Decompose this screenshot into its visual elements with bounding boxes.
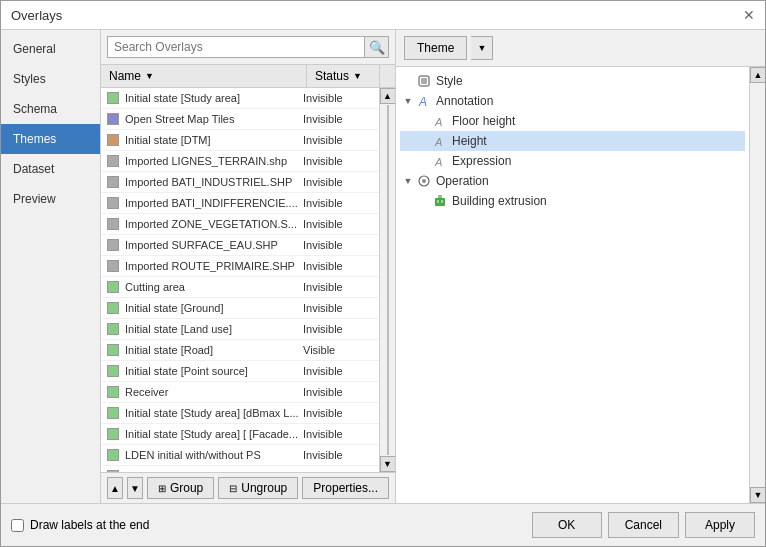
sidebar-item-preview[interactable]: Preview: [1, 184, 100, 214]
overlay-item-status: Invisible: [303, 113, 375, 125]
tree-item-operation[interactable]: ▼Operation: [400, 171, 745, 191]
tree-icon-style: [416, 73, 432, 89]
scroll-up-button[interactable]: ▲: [380, 88, 396, 104]
tree-item-expression[interactable]: AExpression: [400, 151, 745, 171]
overlay-item-status: Invisible: [303, 323, 375, 335]
ungroup-button[interactable]: ⊟ Ungroup: [218, 477, 298, 499]
overlay-item-name: Imported BATI_INDUSTRIEL.SHP: [125, 176, 303, 188]
overlay-item-name: Initial state [Point source]: [125, 365, 303, 377]
svg-rect-1: [421, 78, 427, 84]
main-content: General Styles Schema Themes Dataset Pre…: [1, 30, 765, 503]
apply-button[interactable]: Apply: [685, 512, 755, 538]
tree-label-expression: Expression: [452, 154, 511, 168]
overlay-item-status: Visible: [303, 344, 375, 356]
move-down-button[interactable]: ▼: [127, 477, 143, 499]
tree-toggle-building-extrusion[interactable]: [416, 193, 432, 209]
column-header-name[interactable]: Name ▼: [101, 65, 307, 87]
tree-item-building-extrusion[interactable]: Building extrusion: [400, 191, 745, 211]
overlay-item-name: Initial state [Land use]: [125, 323, 303, 335]
overlay-item-icon: [105, 342, 121, 358]
middle-toolbar: ▲ ▼ ⊞ Group ⊟ Ungroup Properties...: [101, 472, 395, 503]
theme-dropdown-button[interactable]: ▼: [471, 36, 493, 60]
sidebar-item-dataset[interactable]: Dataset: [1, 154, 100, 184]
tree-icon-operation: [416, 173, 432, 189]
overlay-item-icon: [105, 132, 121, 148]
close-button[interactable]: ✕: [743, 7, 755, 23]
group-button[interactable]: ⊞ Group: [147, 477, 214, 499]
svg-rect-11: [441, 200, 443, 203]
tree-item-style[interactable]: Style: [400, 71, 745, 91]
list-item[interactable]: LDEN initial with/without PSInvisible: [101, 445, 379, 466]
list-item[interactable]: Initial state [Point source]Invisible: [101, 361, 379, 382]
list-item[interactable]: Imported LIGNES_TERRAIN.shpInvisible: [101, 151, 379, 172]
list-item[interactable]: Initial state [Ground]Invisible: [101, 298, 379, 319]
tree-item-floor-height[interactable]: AFloor height: [400, 111, 745, 131]
list-scrollbar[interactable]: ▲ ▼: [379, 88, 395, 472]
svg-rect-9: [438, 195, 442, 198]
properties-button[interactable]: Properties...: [302, 477, 389, 499]
list-item[interactable]: ReceiverInvisible: [101, 382, 379, 403]
list-item[interactable]: Initial state [Study area] [ [Facade...I…: [101, 424, 379, 445]
list-item[interactable]: Initial state [Road]Visible: [101, 340, 379, 361]
sidebar-item-themes[interactable]: Themes: [1, 124, 100, 154]
scroll-down-button[interactable]: ▼: [380, 456, 396, 472]
title-bar: Overlays ✕: [1, 1, 765, 30]
tree-icon-floor-height: A: [432, 113, 448, 129]
sort-name-icon: ▼: [145, 71, 154, 81]
list-item[interactable]: Imported BATI_INDIFFERENCIE....Invisible: [101, 193, 379, 214]
overlay-item-icon: [105, 321, 121, 337]
svg-point-7: [422, 179, 426, 183]
overlay-item-name: Imported ZONE_VEGETATION.S...: [125, 218, 303, 230]
overlay-item-name: Initial state [Study area]: [125, 92, 303, 104]
cancel-button[interactable]: Cancel: [608, 512, 679, 538]
tree-toggle-floor-height[interactable]: [416, 113, 432, 129]
list-item[interactable]: Cutting areaInvisible: [101, 277, 379, 298]
overlay-item-icon: [105, 447, 121, 463]
search-input[interactable]: [107, 36, 365, 58]
right-scroll-down[interactable]: ▼: [750, 487, 765, 503]
tree-label-operation: Operation: [436, 174, 489, 188]
list-item[interactable]: Initial state [DTM]Invisible: [101, 130, 379, 151]
list-item[interactable]: Open Street Map TilesInvisible: [101, 109, 379, 130]
list-item[interactable]: Imported BATI_INDUSTRIEL.SHPInvisible: [101, 172, 379, 193]
svg-text:A: A: [434, 116, 442, 128]
theme-tree: Style▼AAnnotationAFloor heightAHeightAEx…: [396, 67, 749, 503]
tree-toggle-expression[interactable]: [416, 153, 432, 169]
search-button[interactable]: 🔍: [365, 36, 389, 58]
sidebar-item-schema[interactable]: Schema: [1, 94, 100, 124]
sidebar-item-styles[interactable]: Styles: [1, 64, 100, 94]
right-scrollbar[interactable]: ▲ ▼: [749, 67, 765, 503]
tree-toggle-annotation[interactable]: ▼: [400, 93, 416, 109]
list-item[interactable]: Imported ROUTE_PRIMAIRE.SHPInvisible: [101, 256, 379, 277]
overlay-item-status: Invisible: [303, 239, 375, 251]
overlay-item-icon: [105, 111, 121, 127]
tree-icon-annotation: A: [416, 93, 432, 109]
ok-button[interactable]: OK: [532, 512, 602, 538]
right-scroll-up[interactable]: ▲: [750, 67, 765, 83]
right-panel: Theme ▼ Style▼AAnnotationAFloor heightAH…: [396, 30, 765, 503]
tree-label-building-extrusion: Building extrusion: [452, 194, 547, 208]
draw-labels-label[interactable]: Draw labels at the end: [11, 518, 149, 532]
tree-toggle-style[interactable]: [400, 73, 416, 89]
overlay-item-name: Imported LIGNES_TERRAIN.shp: [125, 155, 303, 167]
group-icon: ⊞: [158, 483, 166, 494]
column-header-status[interactable]: Status ▼: [307, 65, 379, 87]
list-item[interactable]: Initial state [Study area]Invisible: [101, 88, 379, 109]
tree-item-height[interactable]: AHeight: [400, 131, 745, 151]
list-item[interactable]: Imported SURFACE_EAU.SHPInvisible: [101, 235, 379, 256]
list-item[interactable]: Initial state [Land use]Invisible: [101, 319, 379, 340]
theme-button[interactable]: Theme: [404, 36, 467, 60]
list-item[interactable]: Imported ZONE_VEGETATION.S...Invisible: [101, 214, 379, 235]
right-content: Style▼AAnnotationAFloor heightAHeightAEx…: [396, 67, 765, 503]
svg-text:A: A: [434, 136, 442, 148]
tree-label-height: Height: [452, 134, 487, 148]
move-up-button[interactable]: ▲: [107, 477, 123, 499]
sidebar-item-general[interactable]: General: [1, 34, 100, 64]
tree-toggle-height[interactable]: [416, 133, 432, 149]
list-item[interactable]: Initial state [Study area] [dBmax L...In…: [101, 403, 379, 424]
tree-item-annotation[interactable]: ▼AAnnotation: [400, 91, 745, 111]
tree-toggle-operation[interactable]: ▼: [400, 173, 416, 189]
overlay-item-status: Invisible: [303, 302, 375, 314]
draw-labels-checkbox[interactable]: [11, 519, 24, 532]
tree-label-floor-height: Floor height: [452, 114, 515, 128]
